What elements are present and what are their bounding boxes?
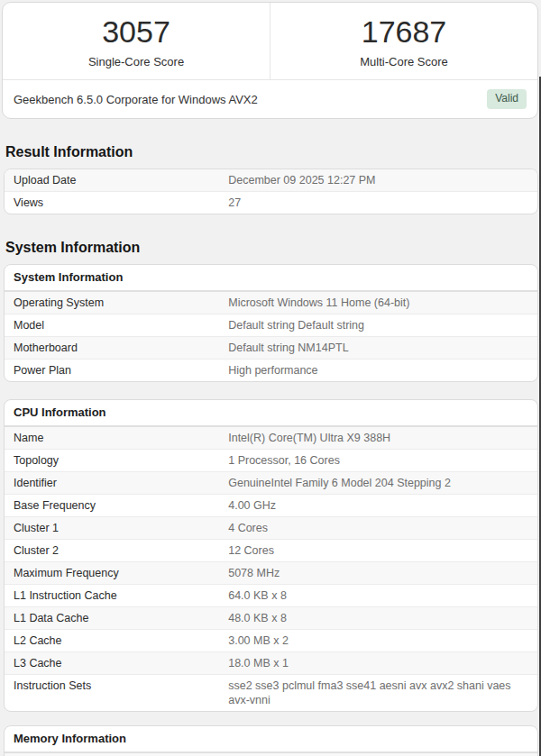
row-value: 27 xyxy=(228,192,537,214)
table-row: L3 Cache 18.0 MB x 1 xyxy=(5,651,537,674)
row-label: Name xyxy=(5,427,228,449)
row-label: Power Plan xyxy=(5,360,228,381)
table-row: Motherboard Default string NM14PTL xyxy=(5,336,537,359)
multi-core-score-label: Multi-Core Score xyxy=(360,55,448,68)
result-information-table: Upload Date December 09 2025 12:27 PM Vi… xyxy=(5,169,537,214)
table-row: Base Frequency 4.00 GHz xyxy=(5,494,537,516)
benchmark-version-bar: Geekbench 6.5.0 Corporate for Windows AV… xyxy=(3,79,537,118)
valid-status-badge: Valid xyxy=(487,89,527,108)
row-value: 18.0 MB x 1 xyxy=(228,652,537,674)
row-label: L3 Cache xyxy=(5,652,228,674)
table-row: Name Intel(R) Core(TM) Ultra X9 388H xyxy=(5,427,537,449)
row-value: Intel(R) Core(TM) Ultra X9 388H xyxy=(228,427,537,449)
row-value: sse2 sse3 pclmul fma3 sse41 aesni avx av… xyxy=(228,675,537,711)
table-row: Identifier GenuineIntel Family 6 Model 2… xyxy=(5,471,537,494)
table-row: L2 Cache 3.00 MB x 2 xyxy=(5,629,537,651)
row-label: L2 Cache xyxy=(5,630,228,651)
row-label: Motherboard xyxy=(5,337,228,359)
table-row: Topology 1 Processor, 16 Cores xyxy=(5,449,537,471)
multi-core-score-value: 17687 xyxy=(362,16,447,47)
memory-information-table-header: Memory Information xyxy=(5,726,537,753)
row-value: GenuineIntel Family 6 Model 204 Stepping… xyxy=(228,472,537,494)
table-row: Upload Date December 09 2025 12:27 PM xyxy=(5,169,537,191)
multi-core-score-panel: 17687 Multi-Core Score xyxy=(270,3,537,79)
row-value: Microsoft Windows 11 Home (64-bit) xyxy=(228,292,537,314)
row-label: Cluster 1 xyxy=(5,517,228,539)
table-row: Cluster 1 4 Cores xyxy=(5,516,537,539)
cpu-information-table-header: CPU Information xyxy=(5,400,537,427)
single-core-score-panel: 3057 Single-Core Score xyxy=(3,3,270,79)
row-value: 4 Cores xyxy=(228,517,537,539)
system-information-card: System Information Operating System Micr… xyxy=(4,264,538,382)
row-label: Maximum Frequency xyxy=(5,562,228,584)
row-value: 64.0 KB x 8 xyxy=(228,585,537,606)
table-row: Operating System Microsoft Windows 11 Ho… xyxy=(5,292,537,314)
table-row: Power Plan High performance xyxy=(5,359,537,381)
system-information-table-header: System Information xyxy=(5,265,537,292)
row-label: Model xyxy=(5,314,228,336)
table-row: L1 Data Cache 48.0 KB x 8 xyxy=(5,606,537,629)
row-value: 5078 MHz xyxy=(228,562,537,584)
benchmark-version-text: Geekbench 6.5.0 Corporate for Windows AV… xyxy=(14,93,258,106)
single-core-score-value: 3057 xyxy=(102,16,170,47)
row-value: 12 Cores xyxy=(228,540,537,561)
row-label: Instruction Sets xyxy=(5,675,228,711)
table-row: Model Default string Default string xyxy=(5,314,537,336)
result-information-card: Upload Date December 09 2025 12:27 PM Vi… xyxy=(4,169,538,214)
row-label: Upload Date xyxy=(5,169,228,191)
row-value: Default string NM14PTL xyxy=(228,337,537,359)
row-label: Base Frequency xyxy=(5,495,228,516)
table-row: Maximum Frequency 5078 MHz xyxy=(5,561,537,584)
row-label: Topology xyxy=(5,450,228,471)
row-label: L1 Instruction Cache xyxy=(5,585,228,606)
row-label: Identifier xyxy=(5,472,228,494)
row-value: 48.0 KB x 8 xyxy=(228,607,537,629)
system-information-table: Operating System Microsoft Windows 11 Ho… xyxy=(5,292,537,381)
table-row: Cluster 2 12 Cores xyxy=(5,539,537,561)
row-value: 4.00 GHz xyxy=(228,495,537,516)
score-summary-card: 3057 Single-Core Score 17687 Multi-Core … xyxy=(2,2,538,119)
row-value: 1 Processor, 16 Cores xyxy=(228,450,537,471)
cpu-information-table: Name Intel(R) Core(TM) Ultra X9 388H Top… xyxy=(5,427,537,711)
single-core-score-label: Single-Core Score xyxy=(88,55,184,68)
row-value: Default string Default string xyxy=(228,314,537,336)
table-row: Instruction Sets sse2 sse3 pclmul fma3 s… xyxy=(5,674,537,711)
row-value: 3.00 MB x 2 xyxy=(228,630,537,651)
system-information-heading: System Information xyxy=(5,240,541,256)
row-label: Cluster 2 xyxy=(5,540,228,561)
cpu-information-card: CPU Information Name Intel(R) Core(TM) U… xyxy=(4,399,538,712)
row-label: L1 Data Cache xyxy=(5,607,228,629)
memory-information-card: Memory Information Size 63.50 GB xyxy=(4,725,538,756)
result-information-heading: Result Information xyxy=(5,144,541,160)
row-label: Views xyxy=(5,192,228,214)
row-value: December 09 2025 12:27 PM xyxy=(228,169,537,191)
table-row: Views 27 xyxy=(5,191,537,214)
row-value: High performance xyxy=(228,360,537,381)
row-label: Operating System xyxy=(5,292,228,314)
table-row: L1 Instruction Cache 64.0 KB x 8 xyxy=(5,584,537,606)
scores-row: 3057 Single-Core Score 17687 Multi-Core … xyxy=(3,3,537,79)
